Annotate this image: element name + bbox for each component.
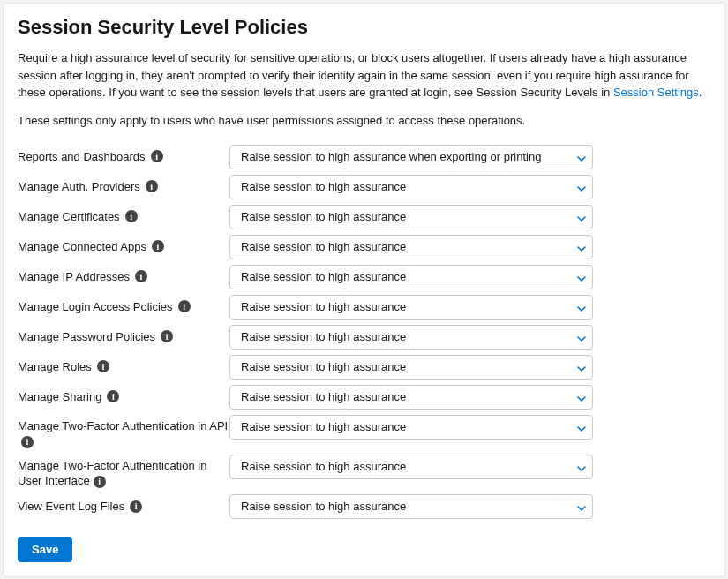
select-value[interactable]: Raise session to high assurance	[229, 265, 593, 290]
page-title: Session Security Level Policies	[18, 16, 710, 39]
policy-label-two-factor-api: Manage Two-Factor Authentication in APIi	[18, 415, 229, 449]
select-value[interactable]: Raise session to high assurance	[229, 455, 593, 479]
description-text-post: .	[699, 86, 702, 99]
policy-select-sharing[interactable]: Raise session to high assurance	[229, 385, 593, 410]
policy-label-text: View Event Log Files	[18, 499, 124, 515]
policy-select-event-log[interactable]: Raise session to high assurance	[229, 494, 593, 519]
policy-row-reports: Reports and DashboardsiRaise session to …	[18, 145, 710, 169]
session-security-panel: Session Security Level Policies Require …	[3, 3, 725, 577]
policy-row-password-policies: Manage Password PoliciesiRaise session t…	[18, 325, 710, 350]
select-value[interactable]: Raise session to high assurance	[229, 175, 593, 199]
policy-label-text: Manage Two-Factor Authentication in API	[18, 419, 228, 432]
select-value[interactable]: Raise session to high assurance	[229, 355, 593, 380]
policy-select-two-factor-api[interactable]: Raise session to high assurance	[229, 415, 593, 440]
policy-select-reports[interactable]: Raise session to high assurance when exp…	[229, 145, 593, 169]
policy-row-login-access: Manage Login Access PoliciesiRaise sessi…	[18, 295, 710, 320]
policy-row-two-factor-api: Manage Two-Factor Authentication in APIi…	[18, 415, 710, 449]
info-icon[interactable]: i	[152, 240, 164, 252]
policy-label-certificates: Manage Certificatesi	[18, 209, 229, 225]
select-value[interactable]: Raise session to high assurance	[229, 235, 593, 259]
save-button[interactable]: Save	[18, 537, 72, 562]
policy-label-text: Manage Connected Apps	[18, 239, 146, 255]
select-value[interactable]: Raise session to high assurance	[229, 205, 593, 229]
policy-row-two-factor-ui: Manage Two-Factor Authentication in User…	[18, 455, 710, 489]
policy-row-certificates: Manage CertificatesiRaise session to hig…	[18, 205, 710, 229]
select-value[interactable]: Raise session to high assurance	[229, 494, 593, 519]
info-icon[interactable]: i	[21, 436, 34, 448]
policy-select-certificates[interactable]: Raise session to high assurance	[229, 205, 593, 229]
policy-select-two-factor-ui[interactable]: Raise session to high assurance	[229, 455, 593, 479]
policy-label-text: Manage Auth. Providers	[18, 179, 140, 195]
policy-select-connected-apps[interactable]: Raise session to high assurance	[229, 235, 593, 259]
policy-label-text: Manage Certificates	[18, 209, 120, 225]
policy-label-text: Manage Roles	[18, 359, 92, 375]
info-icon[interactable]: i	[130, 500, 142, 513]
policy-label-roles: Manage Rolesi	[18, 359, 229, 375]
policy-label-event-log: View Event Log Filesi	[18, 499, 229, 515]
policy-label-text: Manage Login Access Policies	[18, 299, 173, 315]
select-value[interactable]: Raise session to high assurance	[229, 415, 593, 440]
policy-row-connected-apps: Manage Connected AppsiRaise session to h…	[18, 235, 710, 259]
policy-select-password-policies[interactable]: Raise session to high assurance	[229, 325, 593, 350]
policy-label-auth-providers: Manage Auth. Providersi	[18, 179, 229, 195]
note-text: These settings only apply to users who h…	[18, 114, 710, 127]
info-icon[interactable]: i	[125, 210, 138, 222]
select-value[interactable]: Raise session to high assurance	[229, 295, 593, 320]
policy-label-login-access: Manage Login Access Policiesi	[18, 299, 229, 315]
policy-label-text: Manage Password Policies	[18, 329, 155, 345]
policy-label-text: Manage Sharing	[18, 389, 101, 405]
policy-label-text: Manage IP Addresses	[18, 269, 130, 285]
policy-label-sharing: Manage Sharingi	[18, 389, 229, 405]
session-settings-link[interactable]: Session Settings	[613, 86, 699, 99]
policy-label-text: Manage Two-Factor Authentication in User…	[18, 459, 206, 488]
policy-label-ip-addresses: Manage IP Addressesi	[18, 269, 229, 285]
description-text-pre: Require a high assurance level of securi…	[18, 51, 689, 99]
policy-select-roles[interactable]: Raise session to high assurance	[229, 355, 593, 380]
info-icon[interactable]: i	[161, 330, 173, 342]
select-value[interactable]: Raise session to high assurance	[229, 385, 593, 410]
info-icon[interactable]: i	[146, 180, 158, 192]
select-value[interactable]: Raise session to high assurance	[229, 325, 593, 350]
policy-row-sharing: Manage SharingiRaise session to high ass…	[18, 385, 710, 410]
policy-row-auth-providers: Manage Auth. ProvidersiRaise session to …	[18, 175, 710, 199]
policy-label-password-policies: Manage Password Policiesi	[18, 329, 229, 345]
policy-label-two-factor-ui: Manage Two-Factor Authentication in User…	[18, 455, 229, 489]
policy-row-ip-addresses: Manage IP AddressesiRaise session to hig…	[18, 265, 710, 290]
select-value[interactable]: Raise session to high assurance when exp…	[229, 145, 593, 169]
info-icon[interactable]: i	[97, 360, 109, 372]
description-paragraph: Require a high assurance level of securi…	[18, 49, 710, 102]
info-icon[interactable]: i	[107, 390, 119, 402]
policy-label-text: Reports and Dashboards	[18, 149, 146, 165]
policy-select-auth-providers[interactable]: Raise session to high assurance	[229, 175, 593, 199]
policy-row-roles: Manage RolesiRaise session to high assur…	[18, 355, 710, 380]
policy-select-ip-addresses[interactable]: Raise session to high assurance	[229, 265, 593, 290]
info-icon[interactable]: i	[135, 270, 147, 282]
policy-list: Reports and DashboardsiRaise session to …	[18, 145, 710, 519]
policy-select-login-access[interactable]: Raise session to high assurance	[229, 295, 593, 320]
policy-label-reports: Reports and Dashboardsi	[18, 149, 229, 165]
info-icon[interactable]: i	[178, 300, 191, 312]
info-icon[interactable]: i	[94, 476, 106, 488]
policy-label-connected-apps: Manage Connected Appsi	[18, 239, 229, 255]
policy-row-event-log: View Event Log FilesiRaise session to hi…	[18, 494, 710, 519]
info-icon[interactable]: i	[151, 150, 163, 162]
